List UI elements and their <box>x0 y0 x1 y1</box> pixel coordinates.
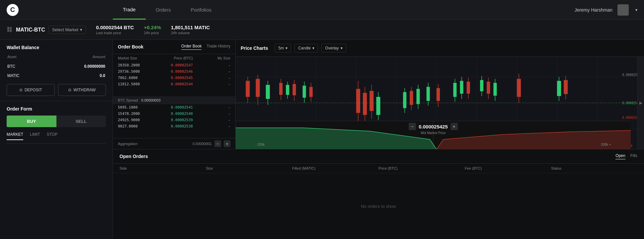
sidebar: Wallet Balance Asset Amount BTC 0.000000… <box>0 40 113 239</box>
bid-size-0: 5095.1000 <box>118 105 155 110</box>
svg-rect-82 <box>517 79 521 97</box>
user-avatar[interactable] <box>617 4 629 16</box>
orders-tabs: Open Fills <box>615 153 637 159</box>
svg-rect-40 <box>363 93 367 115</box>
top-navigation: C Trade Orders Portfolios Jeremy Harshma… <box>0 0 644 20</box>
mid-price-overlay: − 0.000025425 + Mid Market Price <box>409 123 458 135</box>
bid-price-2: 0.00002539 <box>155 118 193 122</box>
svg-rect-76 <box>487 82 490 94</box>
svg-rect-88 <box>564 80 568 94</box>
buy-sell-tabs: BUY SELL <box>7 116 106 127</box>
deposit-label: DEPOSIT <box>25 88 42 92</box>
user-menu-chevron[interactable]: ▾ <box>635 8 637 12</box>
mid-price-controls: − 0.000025425 + <box>409 123 458 130</box>
bid-price-0: 0.00002541 <box>155 105 193 110</box>
orders-empty-message: No orders to show <box>113 173 644 239</box>
main-layout: Wallet Balance Asset Amount BTC 0.000000… <box>0 40 644 239</box>
col-market-size: Market Size <box>118 56 155 60</box>
withdraw-icon: ⊙ <box>68 88 71 92</box>
col-size: Size <box>206 166 292 170</box>
table-row: 20350.2000 0.00002547 - <box>113 62 235 68</box>
svg-marker-105 <box>236 128 437 149</box>
ask-my-size-2: - <box>193 76 230 80</box>
agg-increase-button[interactable]: + <box>224 140 230 147</box>
svg-rect-16 <box>256 79 260 97</box>
svg-rect-28 <box>292 84 296 95</box>
tab-open[interactable]: Open <box>615 153 625 159</box>
chart-type-control[interactable]: Candle ▾ <box>294 44 318 52</box>
order-type-limit[interactable]: LIMIT <box>30 132 40 140</box>
orders-header: Open Orders Open Fills <box>113 149 644 164</box>
svg-rect-34 <box>309 87 313 97</box>
mid-price-decrease[interactable]: − <box>409 123 416 130</box>
svg-rect-67 <box>460 81 463 94</box>
mid-price-increase[interactable]: + <box>450 123 458 130</box>
svg-rect-73 <box>480 80 483 91</box>
overlay-chevron: ▾ <box>341 46 343 50</box>
wallet-actions: ⊙ DEPOSIT ⊙ WITHDRAW <box>7 84 106 96</box>
logo[interactable]: C <box>7 4 19 16</box>
spread-value: 0.00000003 <box>141 98 161 102</box>
spread-label: BTC Spread <box>118 98 138 102</box>
volume-value: 1,801,511 MATIC <box>171 25 210 30</box>
order-type-market[interactable]: MARKET <box>7 132 23 140</box>
asset-matic: MATIC <box>7 71 43 80</box>
withdraw-button[interactable]: ⊙ WITHDRAW <box>58 84 106 96</box>
col-amount: Amount <box>43 55 105 61</box>
bid-size-2: 24925.9000 <box>118 118 155 122</box>
col-status: Status <box>551 166 637 170</box>
select-market-chevron: ▾ <box>80 27 82 32</box>
charts-title: Price Charts <box>241 45 268 51</box>
ask-my-size-1: - <box>193 69 230 74</box>
nav-tab-orders[interactable]: Orders <box>146 0 181 20</box>
nav-tab-trade[interactable]: Trade <box>113 0 146 20</box>
ask-size-2: 7062.6000 <box>118 76 155 80</box>
svg-rect-37 <box>356 89 360 113</box>
market-pair: ⛓ MATIC-BTC Select Market ▾ <box>7 26 86 34</box>
sell-button[interactable]: SELL <box>56 116 106 127</box>
tab-fills[interactable]: Fills <box>630 153 637 159</box>
ask-price-3: 0.00002544 <box>155 82 193 86</box>
overlay-control[interactable]: Overlay ▾ <box>321 44 346 52</box>
deposit-icon: ⊙ <box>19 88 23 92</box>
depth-chart: − 0.000025425 + Mid Market Price - 200k … <box>236 121 631 149</box>
ask-price-2: 0.00002545 <box>155 76 193 80</box>
timeframe-control[interactable]: 5m ▾ <box>275 44 291 52</box>
order-type-stop[interactable]: STOP <box>47 132 57 140</box>
agg-decrease-button[interactable]: − <box>214 140 221 147</box>
agg-controls: 0.00000001 − + <box>193 140 230 147</box>
ask-size-3: 11812.5000 <box>118 82 155 86</box>
buy-button[interactable]: BUY <box>7 116 56 127</box>
chart-scroll-right[interactable]: ▶ <box>637 57 644 149</box>
ask-size-1: 29736.5000 <box>118 69 155 74</box>
chart-type-label: Candle <box>298 46 311 50</box>
depth-volume-left: - 200k <box>256 143 265 146</box>
select-market-dropdown[interactable]: Select Market ▾ <box>48 26 86 34</box>
svg-text:0.00002550: 0.00002550 <box>622 73 637 77</box>
top-section: Order Book Order Book Trade History Mark… <box>113 40 644 149</box>
svg-rect-85 <box>557 81 561 96</box>
deposit-button[interactable]: ⊙ DEPOSIT <box>7 84 55 96</box>
nav-tab-portfolios[interactable]: Portfolios <box>181 0 221 20</box>
col-my-size: My Size <box>193 56 230 60</box>
col-asset: Asset <box>7 55 43 61</box>
asset-btc: BTC <box>7 62 43 71</box>
bid-size-3: 9027.0000 <box>118 124 155 128</box>
svg-rect-61 <box>437 88 440 101</box>
candlestick-chart[interactable]: 0.00002550 0.00002544 0.00002540 11:20 1… <box>236 57 637 149</box>
col-price: Price (BTC) <box>155 56 193 60</box>
pair-name: MATIC-BTC <box>16 27 45 33</box>
volume-label: 24h volume <box>171 31 210 35</box>
charts-header: Price Charts 5m ▾ Candle ▾ Overlay ▾ <box>236 40 644 57</box>
amount-btc: 0.00000000 <box>43 62 105 71</box>
table-row: MATIC 0.0 <box>7 71 105 80</box>
ob-ask-rows: 20350.2000 0.00002547 - 29736.5000 0.000… <box>113 62 235 96</box>
bid-size-1: 15478.2000 <box>118 112 155 116</box>
tab-trade-history[interactable]: Trade History <box>206 44 230 50</box>
market-stat-volume: 1,801,511 MATIC 24h volume <box>171 25 210 35</box>
svg-rect-19 <box>266 85 270 99</box>
svg-rect-13 <box>246 81 250 97</box>
tab-order-book[interactable]: Order Book <box>181 44 201 50</box>
empty-text: No orders to show <box>361 204 396 209</box>
price-change-label: 24h price <box>144 31 161 35</box>
